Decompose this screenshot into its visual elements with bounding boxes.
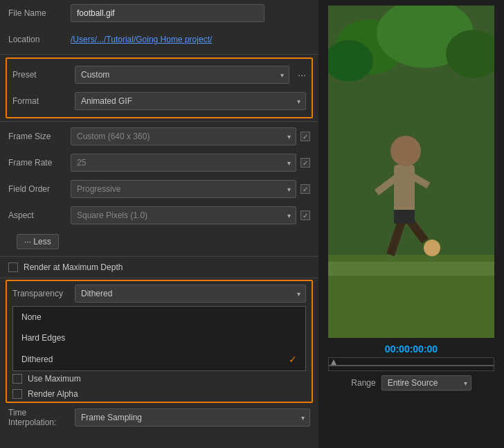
location-row: Location /Users/.../Tutorial/Going Home …: [0, 26, 318, 53]
svg-point-9: [424, 240, 440, 256]
location-link[interactable]: /Users/.../Tutorial/Going Home project/: [71, 35, 212, 44]
transparency-section: Transparency Dithered ▾ None Hard Edges …: [6, 280, 313, 403]
file-name-row: File Name: [0, 0, 318, 26]
frame-rate-content: 25 ▾: [71, 154, 310, 172]
frame-size-dropdown-wrapper: Custom (640 x 360) ▾: [71, 127, 296, 145]
time-interp-row: TimeInterpolation: Frame Sampling ▾: [0, 404, 318, 431]
time-display: 00:00:00:00: [385, 343, 438, 355]
use-maximum-label: Use Maximum: [28, 374, 81, 384]
frame-rate-label: Frame Rate: [8, 158, 71, 168]
transparency-dropdown-wrapper: Dithered ▾: [75, 285, 306, 303]
field-order-select[interactable]: Progressive: [71, 180, 296, 198]
render-max-row: Render at Maximum Depth: [0, 258, 318, 276]
preset-label: Preset: [12, 70, 75, 80]
dropdown-item-none-label: None: [21, 312, 42, 322]
range-label: Range: [351, 378, 375, 388]
left-panel: File Name Location /Users/.../Tutorial/G…: [0, 0, 318, 448]
format-content: Animated GIF ▾: [75, 92, 306, 110]
frame-size-row: Frame Size Custom (640 x 360) ▾: [0, 123, 318, 150]
svg-rect-14: [394, 210, 415, 224]
use-maximum-row: Use Maximum: [7, 371, 312, 386]
aspect-select[interactable]: Square Pixels (1.0): [71, 206, 296, 224]
file-name-input[interactable]: [71, 4, 264, 22]
preview-svg: [328, 6, 494, 338]
field-order-row: Field Order Progressive ▾: [0, 176, 318, 202]
frame-rate-dropdown-wrapper: 25 ▾: [71, 154, 296, 172]
location-content: /Users/.../Tutorial/Going Home project/: [71, 35, 310, 44]
frame-size-label: Frame Size: [8, 132, 71, 141]
format-select[interactable]: Animated GIF: [75, 92, 306, 110]
field-order-content: Progressive ▾: [71, 180, 310, 198]
right-panel: 00:00:00:00 Range Entire Source: [318, 0, 504, 448]
dropdown-item-dithered-label: Dithered: [21, 355, 53, 364]
aspect-dropdown-wrapper: Square Pixels (1.0) ▾: [71, 206, 296, 224]
render-max-label: Render at Maximum Depth: [24, 262, 123, 272]
interp-select[interactable]: Frame Sampling: [75, 409, 310, 427]
field-order-label: Field Order: [8, 184, 71, 194]
use-maximum-checkbox[interactable]: [12, 374, 22, 384]
aspect-row: Aspect Square Pixels (1.0) ▾: [0, 202, 318, 229]
time-interp-label: TimeInterpolation:: [8, 408, 56, 427]
dropdown-item-dithered[interactable]: Dithered ✓: [13, 348, 305, 370]
more-dots-button[interactable]: ···: [298, 69, 306, 80]
render-alpha-row: Render Alpha: [7, 386, 312, 402]
less-button[interactable]: ··· Less: [17, 234, 59, 249]
preset-row: Preset Custom ▾ ···: [10, 62, 309, 88]
transparency-select[interactable]: Dithered: [75, 285, 306, 303]
interp-dropdown-wrapper: Frame Sampling ▾: [75, 409, 310, 427]
frame-rate-checkbox[interactable]: [300, 158, 310, 168]
format-label: Format: [12, 96, 75, 106]
preset-format-box: Preset Custom ▾ ··· Format Animated GIF: [6, 57, 313, 118]
aspect-content: Square Pixels (1.0) ▾: [71, 206, 310, 224]
field-order-dropdown-wrapper: Progressive ▾: [71, 180, 296, 198]
render-max-checkbox[interactable]: [8, 262, 18, 272]
preset-dropdown-wrapper: Custom ▾: [75, 66, 289, 84]
dropdown-item-hard-edges[interactable]: Hard Edges: [13, 328, 305, 348]
timeline-bar[interactable]: [328, 357, 494, 371]
dithered-check-icon: ✓: [289, 354, 297, 365]
frame-rate-row: Frame Rate 25 ▾: [0, 150, 318, 176]
time-interp-label-container: TimeInterpolation:: [8, 408, 71, 427]
frame-rate-select[interactable]: 25: [71, 154, 296, 172]
svg-rect-6: [328, 262, 494, 276]
dropdown-item-none[interactable]: None: [13, 307, 305, 328]
timeline-track: [329, 365, 494, 366]
dropdown-item-hard-edges-label: Hard Edges: [21, 333, 65, 343]
format-dropdown-wrapper: Animated GIF ▾: [75, 92, 306, 110]
frame-size-select[interactable]: Custom (640 x 360): [71, 127, 296, 145]
render-alpha-label: Render Alpha: [28, 389, 78, 399]
preset-select[interactable]: Custom: [75, 66, 289, 84]
file-name-label: File Name: [8, 8, 71, 18]
transparency-dropdown-menu: None Hard Edges Dithered ✓: [12, 306, 306, 371]
range-select-wrapper: Entire Source: [381, 375, 471, 391]
frame-size-content: Custom (640 x 360) ▾: [71, 127, 310, 145]
range-row: Range Entire Source: [351, 375, 471, 391]
aspect-label: Aspect: [8, 210, 71, 220]
frame-size-checkbox[interactable]: [300, 132, 310, 141]
preset-content: Custom ▾ ···: [75, 66, 306, 84]
transparency-row: Transparency Dithered ▾: [7, 281, 312, 306]
location-label: Location: [8, 35, 71, 44]
less-btn-container: ··· Less: [0, 229, 318, 255]
range-select[interactable]: Entire Source: [381, 375, 471, 391]
svg-point-13: [390, 136, 421, 166]
aspect-checkbox[interactable]: [300, 210, 310, 220]
file-name-content: [71, 4, 310, 22]
field-order-checkbox[interactable]: [300, 184, 310, 194]
transparency-label: Transparency: [12, 289, 75, 298]
preview-image: [328, 6, 494, 338]
format-row: Format Animated GIF ▾: [10, 88, 309, 114]
render-alpha-checkbox[interactable]: [12, 389, 22, 399]
